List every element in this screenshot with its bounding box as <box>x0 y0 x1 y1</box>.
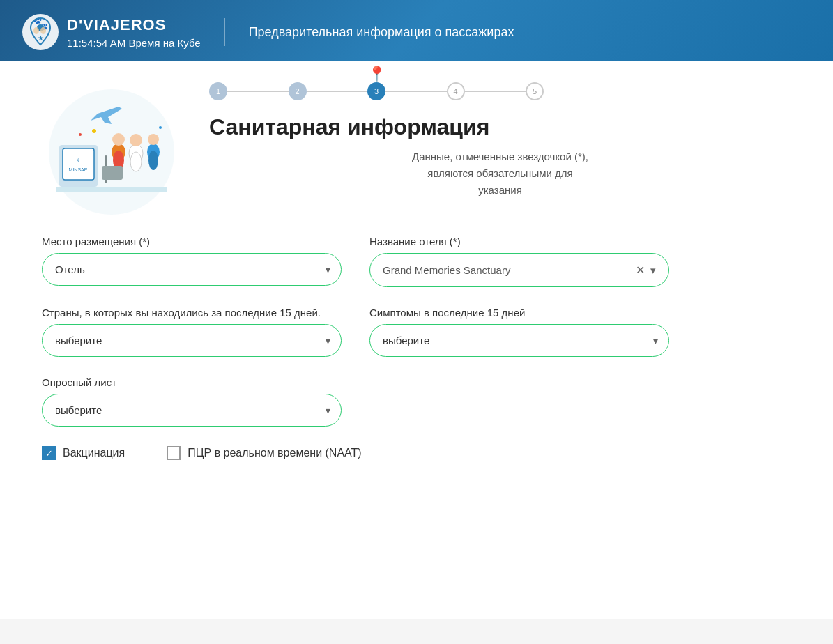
svg-point-24 <box>159 126 162 129</box>
questionnaire-select-wrapper: выберите ▾ <box>42 394 342 427</box>
accommodation-select-wrapper: Отель ▾ <box>42 253 342 286</box>
step-circle-5: 5 <box>526 82 544 100</box>
step-1: 1 <box>209 82 227 100</box>
svg-point-5 <box>40 27 46 34</box>
countries-group: Страны, в которых вы находились за после… <box>42 307 342 357</box>
hotel-name-display[interactable]: Grand Memories Sanctuary ✕ ▾ <box>369 253 669 287</box>
hotel-name-arrow-icon: ▾ <box>650 264 656 277</box>
symptoms-select-wrapper: выберите ▾ <box>369 324 669 357</box>
step-5: 5 <box>526 82 544 100</box>
vaccination-checkbox[interactable]: ✓ <box>42 446 56 460</box>
symptoms-group: Симптомы в последние 15 дней выберите ▾ <box>369 307 669 357</box>
svg-point-13 <box>112 133 125 146</box>
logo-brand: D'VIAJEROS <box>67 16 201 34</box>
accommodation-label: Место размещения (*) <box>42 236 342 247</box>
countries-label: Страны, в которых вы находились за после… <box>42 307 342 319</box>
logo-area: 🐾 ★ D'VIAJEROS 11:54:54 AM Время на Кубе <box>21 13 201 52</box>
svg-point-23 <box>92 129 96 133</box>
accommodation-select[interactable]: Отель <box>42 253 342 286</box>
questionnaire-label: Опросный лист <box>42 376 342 388</box>
header-left: D'VIAJEROS 11:54:54 AM Время на Кубе <box>67 16 201 49</box>
illustration: ⚕ MINSAP <box>42 82 181 208</box>
vaccination-item: ✓ Вакцинация <box>42 446 125 460</box>
svg-point-16 <box>130 134 142 146</box>
step-3[interactable]: 📍 3 <box>367 82 385 100</box>
symptoms-select[interactable]: выберите <box>369 324 669 357</box>
svg-rect-7 <box>56 187 167 192</box>
hotel-name-label: Название отеля (*) <box>369 236 669 247</box>
questionnaire-select[interactable]: выберите <box>42 394 342 427</box>
svg-point-20 <box>148 151 158 170</box>
svg-point-19 <box>148 134 159 145</box>
svg-text:★: ★ <box>38 34 44 42</box>
accommodation-group: Место размещения (*) Отель ▾ <box>42 236 342 287</box>
hotel-name-group: Название отеля (*) Grand Memories Sanctu… <box>369 236 669 287</box>
svg-rect-22 <box>102 166 123 180</box>
steps-container: 1 2 📍 3 4 5 <box>209 82 544 100</box>
pcr-label: ПЦР в реальном времени (NAAT) <box>188 447 362 459</box>
form-area: Место размещения (*) Отель ▾ Название от… <box>42 236 669 460</box>
countries-select[interactable]: выберите <box>42 324 342 357</box>
svg-point-25 <box>79 133 82 136</box>
hotel-name-text: Grand Memories Sanctuary <box>383 264 510 276</box>
header: 🐾 ★ D'VIAJEROS 11:54:54 AM Время на Кубе… <box>0 0 833 61</box>
logo-icon: 🐾 ★ <box>21 13 60 52</box>
top-section: ⚕ MINSAP <box>42 82 791 208</box>
header-time: 11:54:54 AM Время на Кубе <box>67 37 201 49</box>
vaccination-checkmark: ✓ <box>45 448 53 459</box>
header-divider <box>224 18 225 46</box>
form-row-2: Страны, в которых вы находились за после… <box>42 307 669 357</box>
form-row-3: Опросный лист выберите ▾ <box>42 376 669 427</box>
step-circle-2: 2 <box>289 82 307 100</box>
hotel-name-select-wrapper: Grand Memories Sanctuary ✕ ▾ <box>369 253 669 287</box>
pcr-item: ✓ ПЦР в реальном времени (NAAT) <box>167 446 362 460</box>
svg-text:MINSAP: MINSAP <box>69 167 88 172</box>
step-2: 2 <box>289 82 307 100</box>
header-title: Предварительная информация о пассажирах <box>249 25 514 40</box>
symptoms-label: Симптомы в последние 15 дней <box>369 307 669 319</box>
vaccination-label: Вакцинация <box>63 447 125 459</box>
svg-point-4 <box>33 27 39 34</box>
form-subtitle: Данные, отмеченные звездочкой (*), являю… <box>209 148 791 199</box>
step-area: 1 2 📍 3 4 5 <box>209 82 791 199</box>
step-circle-1: 1 <box>209 82 227 100</box>
svg-rect-9 <box>63 148 94 180</box>
form-header: Санитарная информация Данные, отмеченные… <box>209 114 791 199</box>
countries-select-wrapper: выберите ▾ <box>42 324 342 357</box>
checkbox-row: ✓ Вакцинация ✓ ПЦР в реальном времени (N… <box>42 446 669 460</box>
step-line-2-3 <box>307 91 368 92</box>
step-circle-4: 4 <box>447 82 465 100</box>
step-line-3-4 <box>385 91 447 92</box>
pcr-checkbox[interactable]: ✓ <box>167 446 181 460</box>
step-circle-3: 3 <box>367 82 385 100</box>
step-line-1-2 <box>227 91 289 92</box>
step-line-4-5 <box>465 91 526 92</box>
svg-point-17 <box>130 152 142 171</box>
empty-group <box>369 376 669 427</box>
location-pin-icon: 📍 <box>367 66 386 84</box>
form-row-1: Место размещения (*) Отель ▾ Название от… <box>42 236 669 287</box>
form-title: Санитарная информация <box>209 114 791 140</box>
questionnaire-group: Опросный лист выберите ▾ <box>42 376 342 427</box>
step-4: 4 <box>447 82 465 100</box>
main-content: ⚕ MINSAP <box>0 61 833 619</box>
hotel-name-clear-icon[interactable]: ✕ <box>636 263 645 277</box>
svg-text:⚕: ⚕ <box>77 158 79 164</box>
